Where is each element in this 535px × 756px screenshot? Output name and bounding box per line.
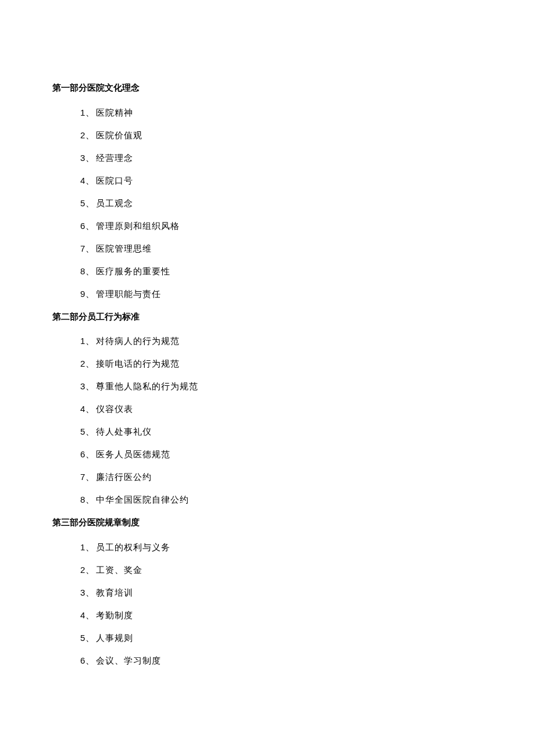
list-item: 8、医疗服务的重要性 [80,265,483,277]
list-item: 1、医院精神 [80,106,483,119]
list-item: 8、中华全国医院自律公约 [80,493,483,506]
document-content: 第一部分医院文化理念 1、医院精神 2、医院价值观 3、经营理念 4、医院口号 … [52,81,483,667]
item-separator: 、 [85,404,95,414]
list-item: 3、尊重他人隐私的行为规范 [80,380,483,392]
section-title-3: 第三部分医院规章制度 [52,516,483,529]
list-item: 3、教育培训 [80,586,483,599]
item-number: 4 [80,610,85,620]
section-3: 第三部分医院规章制度 1、员工的权利与义务 2、工资、奖金 3、教育培训 4、考… [52,516,483,667]
item-separator: 、 [85,427,95,436]
item-separator: 、 [85,381,95,391]
item-text: 人事规则 [96,633,133,643]
item-number: 2 [80,130,85,140]
section-1: 第一部分医院文化理念 1、医院精神 2、医院价值观 3、经营理念 4、医院口号 … [52,81,483,300]
item-text: 医院价值观 [96,130,142,140]
item-separator: 、 [85,153,95,163]
section-title-1: 第一部分医院文化理念 [52,81,483,95]
item-separator: 、 [85,175,95,185]
item-separator: 、 [85,336,95,346]
item-list-3: 1、员工的权利与义务 2、工资、奖金 3、教育培训 4、考勤制度 5、人事规则 … [52,541,483,667]
list-item: 9、管理职能与责任 [80,288,483,300]
item-text: 教育培训 [96,587,133,597]
item-text: 待人处事礼仪 [96,427,152,436]
list-item: 3、经营理念 [80,152,483,164]
item-text: 管理职能与责任 [96,289,161,299]
item-text: 中华全国医院自律公约 [96,495,189,504]
item-number: 9 [80,289,85,299]
item-number: 3 [80,381,85,391]
item-text: 医院精神 [96,108,133,117]
item-separator: 、 [85,655,95,665]
item-number: 8 [80,495,85,504]
item-number: 2 [80,565,85,575]
item-separator: 、 [85,266,95,276]
item-number: 3 [80,153,85,163]
list-item: 7、医院管理思维 [80,242,483,255]
item-text: 尊重他人隐私的行为规范 [96,381,198,391]
item-text: 医疗服务的重要性 [96,266,170,276]
item-number: 7 [80,243,85,253]
item-list-1: 1、医院精神 2、医院价值观 3、经营理念 4、医院口号 5、员工观念 6、管理… [52,106,483,300]
item-text: 医务人员医德规范 [96,449,170,459]
item-separator: 、 [85,542,95,552]
item-number: 5 [80,198,85,208]
item-separator: 、 [85,243,95,253]
item-number: 2 [80,359,85,368]
list-item: 4、医院口号 [80,174,483,187]
list-item: 6、管理原则和组织风格 [80,220,483,232]
list-item: 6、医务人员医德规范 [80,448,483,460]
item-number: 1 [80,336,85,346]
item-number: 5 [80,633,85,643]
list-item: 4、考勤制度 [80,609,483,621]
list-item: 5、待人处事礼仪 [80,425,483,438]
item-separator: 、 [85,587,95,597]
item-number: 4 [80,175,85,185]
item-text: 管理原则和组织风格 [96,221,180,231]
item-text: 员工的权利与义务 [96,542,170,552]
list-item: 5、人事规则 [80,632,483,644]
item-separator: 、 [85,130,95,140]
section-title-2: 第二部分员工行为标准 [52,310,483,324]
item-separator: 、 [85,198,95,208]
item-list-2: 1、对待病人的行为规范 2、接听电话的行为规范 3、尊重他人隐私的行为规范 4、… [52,335,483,506]
item-number: 7 [80,472,85,482]
list-item: 6、会议、学习制度 [80,654,483,667]
list-item: 1、员工的权利与义务 [80,541,483,553]
item-separator: 、 [85,221,95,231]
item-number: 1 [80,108,85,117]
section-2: 第二部分员工行为标准 1、对待病人的行为规范 2、接听电话的行为规范 3、尊重他… [52,310,483,506]
item-number: 6 [80,449,85,459]
item-text: 对待病人的行为规范 [96,336,180,346]
item-text: 考勤制度 [96,610,133,620]
list-item: 4、仪容仪表 [80,403,483,415]
item-number: 6 [80,221,85,231]
item-separator: 、 [85,359,95,368]
list-item: 2、工资、奖金 [80,564,483,576]
item-separator: 、 [85,449,95,459]
list-item: 2、接听电话的行为规范 [80,357,483,370]
item-separator: 、 [85,633,95,643]
list-item: 2、医院价值观 [80,129,483,141]
item-number: 1 [80,542,85,552]
item-text: 经营理念 [96,153,133,163]
item-separator: 、 [85,495,95,504]
item-text: 仪容仪表 [96,404,133,414]
item-separator: 、 [85,610,95,620]
item-separator: 、 [85,108,95,117]
item-text: 接听电话的行为规范 [96,359,180,368]
item-number: 6 [80,655,85,665]
item-number: 4 [80,404,85,414]
item-text: 会议、学习制度 [96,655,161,665]
item-text: 工资、奖金 [96,565,142,575]
list-item: 5、员工观念 [80,197,483,209]
item-separator: 、 [85,289,95,299]
item-text: 医院口号 [96,175,133,185]
item-number: 5 [80,427,85,436]
list-item: 1、对待病人的行为规范 [80,335,483,347]
list-item: 7、廉洁行医公约 [80,471,483,483]
item-separator: 、 [85,565,95,575]
item-text: 医院管理思维 [96,243,152,253]
item-separator: 、 [85,472,95,482]
item-text: 员工观念 [96,198,133,208]
item-text: 廉洁行医公约 [96,472,152,482]
